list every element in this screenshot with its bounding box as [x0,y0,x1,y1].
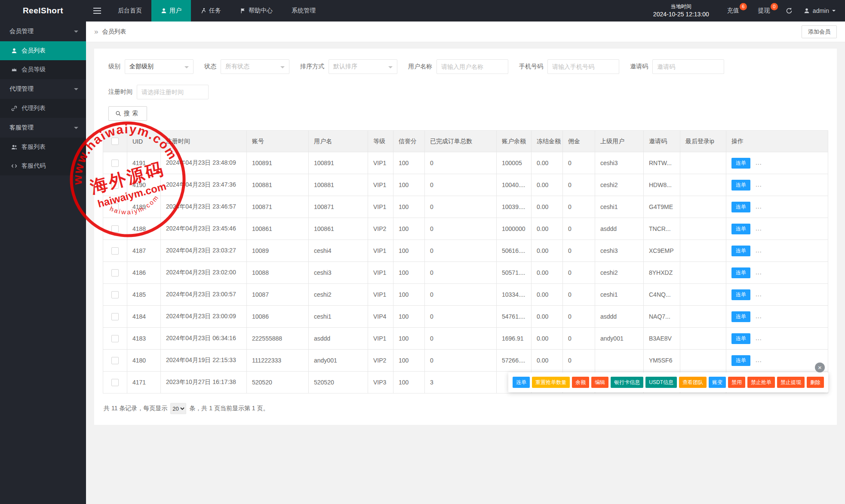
popup-action-button[interactable]: 重置抢单数量 [532,377,570,388]
row-more-button[interactable]: ... [756,291,762,298]
popup-action-button[interactable]: 余额 [572,377,589,388]
sidebar-item-member-level[interactable]: 会员等级 [0,60,86,79]
cell-orders: 3 [425,372,497,393]
cell-actions: 连单 ... [726,350,828,372]
row-checkbox[interactable] [111,225,119,233]
sidebar-group-members[interactable]: 会员管理 [0,22,86,41]
chain-order-button[interactable]: 连单 [731,267,750,278]
phone-input[interactable] [547,59,619,74]
popup-action-button[interactable]: 删除 [807,377,824,388]
row-checkbox[interactable] [111,247,119,255]
recharge-link[interactable]: 充值 6 [721,0,745,22]
cell-balance: 54761.... [497,306,532,328]
row-checkbox[interactable] [111,357,119,364]
refresh-icon[interactable] [780,7,799,14]
sort-select[interactable]: 默认排序 [329,59,397,74]
popup-action-button[interactable]: 禁用 [728,377,745,388]
popup-action-button[interactable]: 禁止抢单 [747,377,775,388]
popup-action-button[interactable]: 银行卡信息 [611,377,643,388]
nav-item-system[interactable]: 系统管理 [282,0,325,22]
row-checkbox[interactable] [111,203,119,211]
cell-frozen: 0.00 [532,306,563,328]
chain-order-button[interactable]: 连单 [731,311,750,322]
cell-balance: 50616.... [497,240,532,262]
row-more-button[interactable]: ... [756,203,762,210]
row-more-button[interactable]: ... [756,356,762,363]
row-more-button[interactable]: ... [756,225,762,232]
cell-frozen: 0.00 [532,152,563,174]
sidebar-group-label: 代理管理 [9,85,34,93]
chain-order-button[interactable]: 连单 [731,202,750,212]
sidebar-group-agents[interactable]: 代理管理 [0,79,86,99]
sidebar-group-support[interactable]: 客服管理 [0,118,86,138]
popup-action-button[interactable]: 编辑 [591,377,608,388]
cell-credit: 100 [393,196,425,218]
popup-action-button[interactable]: 禁止提现 [777,377,805,388]
sidebar-item-support-list[interactable]: 客服列表 [0,138,86,157]
sidebar-item-support-code[interactable]: 客服代码 [0,157,86,175]
level-select[interactable]: 全部级别 [125,59,194,74]
sidebar-item-label: 代理列表 [22,104,46,112]
chain-order-button[interactable]: 连单 [731,333,750,344]
row-checkbox[interactable] [111,291,119,298]
cell-regtime: 2024年04月23日 23:45:46 [161,218,247,240]
cell-account: 100861 [247,218,309,240]
chevron-down-icon [74,88,78,92]
row-checkbox[interactable] [111,181,119,189]
nav-item-users[interactable]: 用户 [151,0,191,22]
status-select[interactable]: 所有状态 [221,59,289,74]
sidebar-item-agent-list[interactable]: 代理列表 [0,99,86,118]
menu-toggle-icon[interactable] [86,0,108,22]
chevron-down-icon [74,127,78,131]
chain-order-button[interactable]: 连单 [731,180,750,191]
popup-action-button[interactable]: 账变 [709,377,726,388]
cell-account: 222555888 [247,328,309,350]
cell-checkbox [103,328,127,350]
select-all-checkbox[interactable] [111,138,119,145]
chain-order-button[interactable]: 连单 [731,158,750,169]
row-more-button[interactable]: ... [756,313,762,320]
row-checkbox[interactable] [111,313,119,320]
popup-action-button[interactable]: 查看团队 [679,377,707,388]
nav-label: 帮助中心 [249,7,273,15]
chain-order-button[interactable]: 连单 [731,224,750,234]
row-checkbox[interactable] [111,379,119,386]
chain-order-button[interactable]: 连单 [731,246,750,256]
row-checkbox[interactable] [111,335,119,342]
local-time-value: 2024-10-25 12:13:00 [653,10,709,19]
username-input[interactable] [436,59,508,74]
popup-action-button[interactable]: 连单 [513,377,530,388]
cell-commission: 0 [563,174,595,196]
regtime-input[interactable] [137,85,209,99]
row-more-button[interactable]: ... [756,181,762,188]
popup-action-button[interactable]: USDT信息 [645,377,677,388]
row-more-button[interactable]: ... [756,335,762,341]
withdraw-link[interactable]: 提现 0 [752,0,776,22]
col-last-ip: 最后登录ip [680,131,726,152]
cell-checkbox [103,350,127,372]
nav-item-tasks[interactable]: 任务 [191,0,230,22]
chain-order-button[interactable]: 连单 [731,355,750,366]
row-more-button[interactable]: ... [756,159,762,166]
search-button[interactable]: 搜索 [108,106,147,121]
row-more-button[interactable]: ... [756,269,762,276]
row-checkbox[interactable] [111,160,119,167]
row-checkbox[interactable] [111,269,119,277]
user-menu[interactable]: admin [799,7,845,14]
cell-balance: 100005 [497,152,532,174]
invite-code-input[interactable] [652,59,724,74]
row-more-button[interactable]: ... [756,247,762,254]
sidebar-item-member-list[interactable]: 会员列表 [0,41,86,60]
cell-credit: 100 [393,328,425,350]
page-size-select[interactable]: 20 [170,403,186,414]
cell-uid: 4190 [127,174,161,196]
cell-invite: RNTW... [644,152,680,174]
nav-item-help[interactable]: 帮助中心 [230,0,282,22]
close-icon[interactable]: × [815,363,825,372]
chain-order-button[interactable]: 连单 [731,289,750,300]
nav-item-home[interactable]: 后台首页 [108,0,151,22]
add-member-button[interactable]: 添加会员 [802,25,837,38]
cell-account: 10087 [247,284,309,306]
cell-username: andy001 [309,350,368,372]
cell-last-ip [680,218,726,240]
